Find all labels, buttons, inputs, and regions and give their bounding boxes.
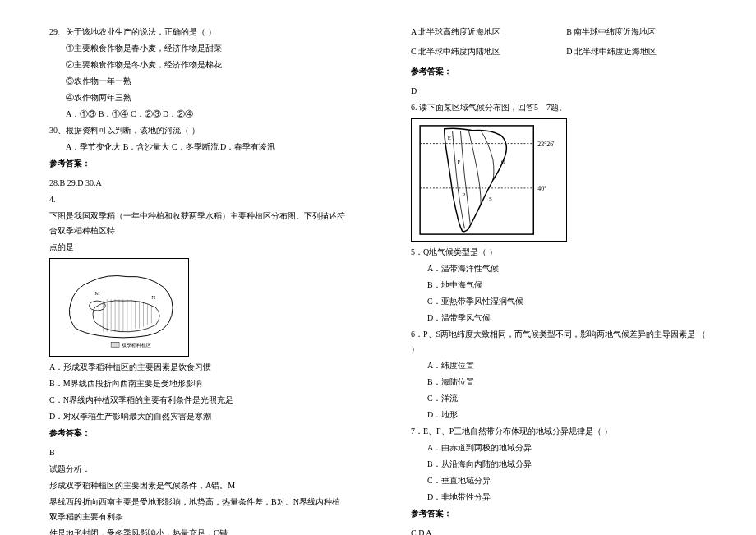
ans-2830: 28.B 29.D 30.A bbox=[49, 176, 345, 191]
q6sub-d: D．地形 bbox=[411, 408, 707, 422]
q5-opt-b: B 南半球中纬度近海地区 bbox=[566, 25, 656, 39]
q6: 6. 读下面某区域气候分布图，回答5—7题。 bbox=[411, 100, 707, 115]
q6sub-c: C．洋流 bbox=[411, 391, 707, 406]
china-rice-map: M N 双季稻种植区 bbox=[49, 258, 189, 357]
q5sub-c: C．亚热带季风性湿润气候 bbox=[411, 294, 707, 309]
lat-label-2: 40° bbox=[537, 185, 546, 192]
ans-label-4: 参考答案： bbox=[411, 506, 707, 521]
ans-67: C D A bbox=[411, 526, 707, 535]
q5sub-a: A．温带海洋性气候 bbox=[411, 261, 707, 276]
svg-text:Q: Q bbox=[501, 159, 505, 164]
q4-stem2: 点的是 bbox=[49, 240, 345, 255]
q29-s2: ②主要粮食作物是冬小麦，经济作物是棉花 bbox=[49, 58, 345, 72]
expl-label: 试题分析： bbox=[49, 462, 345, 477]
q7sub-c: C．垂直地域分异 bbox=[411, 473, 707, 488]
svg-text:S: S bbox=[489, 196, 492, 201]
q5sub-stem: 5．Q地气候类型是（ ） bbox=[411, 245, 707, 260]
ans-label-1: 参考答案： bbox=[49, 156, 345, 171]
ans-label-3: 参考答案： bbox=[411, 64, 707, 79]
q29-opts: A．①③ B．①④ C．②③ D．②④ bbox=[49, 107, 345, 122]
q29-s1: ①主要粮食作物是春小麦，经济作物是甜菜 bbox=[49, 41, 345, 56]
q4-num: 4. bbox=[49, 192, 345, 207]
q7sub-b: B．从沿海向内陆的地域分异 bbox=[411, 457, 707, 472]
q30-opts: A．季节变化大 B．含沙量大 C．冬季断流 D．春季有凌汛 bbox=[49, 140, 345, 155]
q5-opts-row2: C 北半球中纬度内陆地区 D 北半球中纬度近海地区 bbox=[411, 44, 707, 59]
lat-label-1: 23°26' bbox=[537, 141, 555, 148]
q6sub-a: A．纬度位置 bbox=[411, 358, 707, 373]
ans-label-2: 参考答案： bbox=[49, 426, 345, 440]
south-america-climate-map: E F P Q S 23°26' 40° bbox=[411, 118, 567, 242]
q30-stem: 30、根据资料可以判断，该地的河流（ ） bbox=[49, 123, 345, 138]
q29-s4: ④农作物两年三熟 bbox=[49, 90, 345, 105]
q7sub-a: A．由赤道到两极的地域分异 bbox=[411, 440, 707, 455]
q5-opts-row1: A 北半球高纬度近海地区 B 南半球中纬度近海地区 bbox=[411, 25, 707, 39]
ans-5: D bbox=[411, 84, 707, 99]
right-column: A 北半球高纬度近海地区 B 南半球中纬度近海地区 C 北半球中纬度内陆地区 D… bbox=[378, 25, 715, 510]
svg-rect-17 bbox=[111, 342, 119, 347]
svg-rect-22 bbox=[420, 126, 533, 234]
svg-text:P: P bbox=[462, 191, 465, 197]
q4-b: B．M界线西段折向西南主要是受地形影响 bbox=[49, 376, 345, 391]
left-column: 29、关于该地农业生产的说法，正确的是（ ） ①主要粮食作物是春小麦，经济作物是… bbox=[41, 25, 378, 510]
q5-opt-d: D 北半球中纬度近海地区 bbox=[566, 44, 657, 59]
expl-2: 界线西段折向西南主要是受地形影响，地势高，热量条件差，B对。N界线内种植双季稻的… bbox=[49, 495, 345, 524]
ans-4: B bbox=[49, 445, 345, 460]
q5sub-d: D．温带季风气候 bbox=[411, 311, 707, 325]
expl-1: 形成双季稻种植区的主要因素是气候条件，A错。M bbox=[49, 478, 345, 493]
q29-s3: ③农作物一年一熟 bbox=[49, 74, 345, 89]
q29-stem: 29、关于该地农业生产的说法，正确的是（ ） bbox=[49, 25, 345, 39]
q4-d: D．对双季稻生产影响最大的自然灾害是寒潮 bbox=[49, 409, 345, 424]
q6sub-b: B．海陆位置 bbox=[411, 375, 707, 390]
svg-text:N: N bbox=[151, 294, 155, 300]
q6sub-stem: 6．P、S两地纬度大致相同，而气候类型不同，影响两地气候差异的主导因素是 （ ） bbox=[411, 327, 707, 357]
map-legend-label: 双季稻种植区 bbox=[122, 343, 151, 348]
svg-text:M: M bbox=[95, 290, 100, 296]
q5sub-b: B．地中海气候 bbox=[411, 278, 707, 293]
q7sub-stem: 7．E、F、P三地自然带分布体现的地域分异规律是（ ） bbox=[411, 424, 707, 439]
q5-opt-c: C 北半球中纬度内陆地区 bbox=[411, 44, 500, 59]
q7sub-d: D．非地带性分异 bbox=[411, 490, 707, 505]
q5-opt-a: A 北半球高纬度近海地区 bbox=[411, 25, 500, 39]
svg-text:F: F bbox=[458, 159, 461, 164]
svg-text:E: E bbox=[448, 135, 451, 141]
q4-a: A．形成双季稻种植区的主要因素是饮食习惯 bbox=[49, 360, 345, 375]
q4-c: C．N界线内种植双季稻的主要有利条件是光照充足 bbox=[49, 393, 345, 408]
expl-3: 件是地形封闭，受冬季风影响小，热量充足，C错。 bbox=[49, 526, 345, 535]
q4-stem1: 下图是我国双季稻（一年中种植和收获两季水稻）主要种植区分布图。下列描述符合双季稻… bbox=[49, 209, 345, 238]
